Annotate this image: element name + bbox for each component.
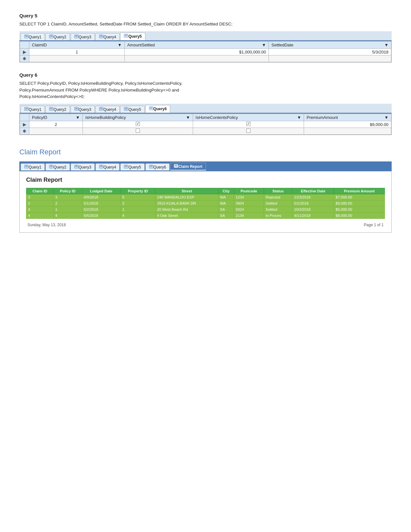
q6-th-policyid: PolicyID▼: [29, 114, 83, 121]
db-icon-q4: [99, 34, 103, 39]
svg-rect-22: [75, 108, 78, 109]
q6-th-indicator: [20, 114, 29, 121]
rtd-city-3: SA: [218, 207, 234, 213]
checkbox-homecontents: [246, 122, 250, 126]
svg-rect-40: [75, 166, 78, 166]
svg-rect-52: [175, 165, 177, 166]
svg-rect-4: [50, 35, 53, 36]
rtd-effectivedate-1: 1/23/2018: [292, 194, 334, 200]
rtd-lodgeddate-3: 5/2/2018: [82, 207, 120, 213]
svg-rect-32: [150, 108, 152, 109]
tabr-q3[interactable]: Query3: [71, 163, 95, 170]
report-inner: Claim Report Claim ID Policy ID Lodged D…: [20, 171, 391, 232]
tab-q1[interactable]: Query1: [21, 33, 45, 40]
tab-q5[interactable]: Query5: [120, 33, 145, 40]
svg-rect-20: [50, 109, 53, 110]
claimreport-section: Claim Report Query1 Query2 Query3 Query4: [19, 148, 392, 233]
tab-q3[interactable]: Query3: [71, 33, 95, 40]
tabr-q6[interactable]: Query6: [145, 163, 170, 170]
tabr-q2[interactable]: Query2: [45, 163, 70, 170]
tab6-q6[interactable]: Query6: [145, 105, 170, 113]
rtd-city-4: SA: [218, 213, 234, 219]
rtd-claimid-2: 2: [26, 200, 54, 207]
tab-q4[interactable]: Query4: [95, 33, 120, 40]
q6-cell-homebuild: [83, 121, 193, 128]
svg-rect-14: [125, 36, 127, 36]
tabr-q5[interactable]: Query5: [120, 163, 144, 170]
q5-th-claimid: ClaimID▼: [29, 42, 125, 49]
rtd-lodgeddate-4: 5/5/2018: [82, 213, 120, 219]
rtd-policyid-1: 3: [54, 194, 82, 200]
q6-newrow-policyid: [29, 128, 83, 135]
tab6-q5-label: Query5: [128, 107, 141, 112]
tab6-q2[interactable]: Query2: [45, 106, 70, 113]
svg-rect-35: [25, 167, 28, 167]
tabr-q1[interactable]: Query1: [21, 163, 45, 170]
report-footer: Sunday, May 13, 2018 Page 1 of 1: [26, 223, 385, 227]
rtd-street-4: 4 Oak Street: [155, 213, 218, 219]
q6-th-homebuildpolicy: IsHomeBuildingPolicy▼: [83, 114, 193, 121]
svg-rect-10: [100, 35, 103, 36]
svg-rect-50: [150, 167, 152, 167]
svg-rect-1: [25, 35, 28, 36]
query6-table: PolicyID▼ IsHomeBuildingPolicy▼ IsHomeCo…: [20, 114, 391, 135]
tabr-q1-label: Query1: [29, 165, 41, 169]
rth-premiumamount: Premium Amount: [334, 188, 385, 194]
tabr-q6-label: Query6: [153, 165, 166, 169]
table-row-new: ✱: [20, 55, 391, 62]
tab6-q1[interactable]: Query1: [21, 106, 45, 113]
tab6-q3-label: Query3: [79, 107, 91, 112]
svg-rect-38: [50, 167, 53, 167]
checkbox-homebuild-new: [136, 129, 140, 133]
svg-rect-7: [75, 35, 78, 36]
svg-rect-46: [125, 166, 127, 166]
q6-th-premiumamount: PremiumAmount▼: [304, 114, 391, 121]
rtd-policyid-2: 2: [54, 200, 82, 207]
q5-th-indicator: [20, 42, 29, 49]
rtd-claimid-3: 3: [26, 207, 54, 213]
rtd-street-3: 20 West Beach Rd: [155, 207, 218, 213]
rtd-status-4: In Proces: [264, 213, 292, 219]
q6-th-homecontentspolicy: IsHomeContentsPolicy▼: [193, 114, 304, 121]
tab6-q3[interactable]: Query3: [71, 106, 95, 113]
tabr-claimreport[interactable]: Claim Report: [170, 163, 206, 170]
query5-sql: SELECT TOP 1 ClaimID, AmountSettled, Set…: [19, 21, 392, 27]
rtd-premium-3: $5,000.00: [334, 207, 385, 213]
query6-tabbar: Query1 Query2 Query3 Query4 Query5: [19, 104, 392, 113]
rtd-propertyid-2: 2: [121, 200, 155, 207]
rtd-postcode-4: 2134: [234, 213, 264, 219]
query5-tabbar: Query1 Query2 Query3 Query4 Query5: [19, 31, 392, 41]
q6-row-indicator: ▶: [20, 121, 29, 128]
rtd-postcode-1: 1234: [234, 194, 264, 200]
rtd-propertyid-4: 4: [121, 213, 155, 219]
claimreport-tabbar: Query1 Query2 Query3 Query4 Query5: [19, 161, 392, 171]
tab6-q5[interactable]: Query5: [120, 106, 144, 113]
svg-rect-8: [75, 36, 78, 37]
query5-title: Query 5: [19, 13, 392, 18]
q6-newrow-indicator: ✱: [20, 128, 29, 135]
query6-title: Query 6: [19, 72, 392, 78]
tabr-q4[interactable]: Query4: [95, 163, 120, 170]
table-row: 2 2 5/1/2018 2 3910 KOALA BARK DR WA 390…: [26, 200, 385, 207]
db-icon6-q1: [24, 107, 29, 112]
rtd-lodgeddate-1: 4/9/2018: [82, 194, 120, 200]
query5-table: ClaimID▼ AmountSettled▼ SettledDate▼ ▶ 1…: [20, 41, 391, 62]
q6-cell-premiumamount: $9,000.00: [304, 121, 391, 128]
tab-q2[interactable]: Query2: [45, 33, 70, 40]
rtd-premium-1: $7,000.00: [334, 194, 385, 200]
rtd-street-2: 3910 KOALA BARK DR: [155, 200, 218, 207]
svg-rect-16: [25, 108, 28, 109]
rth-effectivedate: Effective Date: [292, 188, 334, 194]
db-icon-r-report: [174, 164, 178, 169]
table-row: 3 1 5/2/2018 1 20 West Beach Rd SA 5024 …: [26, 207, 385, 213]
claim-report-heading: Claim Report: [19, 148, 392, 156]
report-title: Claim Report: [26, 177, 385, 183]
q5-cell-claimid: 1: [29, 49, 125, 55]
tab-q1-label: Query1: [29, 35, 41, 39]
rtd-propertyid-1: 5: [121, 194, 155, 200]
report-body: Claim Report Claim ID Policy ID Lodged D…: [19, 171, 392, 233]
q6-newrow-premium: [304, 128, 391, 135]
svg-rect-2: [25, 36, 28, 37]
tab6-q4[interactable]: Query4: [95, 106, 120, 113]
svg-rect-34: [25, 166, 28, 166]
